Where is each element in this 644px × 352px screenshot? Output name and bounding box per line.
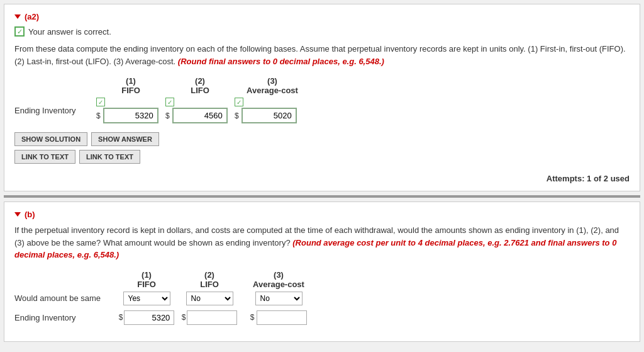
ending-inventory-label-b: Ending Inventory <box>14 313 115 322</box>
table-b: (1) FIFO (2) LIFO (3) Average-cost Would… <box>14 270 630 325</box>
fifo-dollar: $ <box>96 111 101 120</box>
collapse-icon-a[interactable] <box>14 14 21 19</box>
col-headers-a: (1) FIFO (2) LIFO (3) Average-cost <box>96 76 630 95</box>
fifo-select[interactable]: Yes No <box>123 292 170 305</box>
ending-inventory-label-a: Ending Inventory <box>14 106 96 115</box>
lifo-group: ✓ $ <box>165 98 235 123</box>
section-b: (b) If the perpetual inventory record is… <box>4 202 640 342</box>
would-amount-row: Would amount be same Yes No Yes No Yes N… <box>14 292 630 305</box>
description-highlight: (Round final answers to 0 decimal places… <box>178 57 384 66</box>
fifo-input-group: $ <box>96 108 158 123</box>
b-fifo-input-group: $ <box>115 310 178 325</box>
section-a-title: (a2) <box>25 12 39 21</box>
avg-input[interactable] <box>242 108 297 123</box>
avg-input-group: $ <box>235 108 297 123</box>
would-amount-label: Would amount be same <box>14 293 115 303</box>
section-b-title: (b) <box>25 210 35 219</box>
collapse-icon-b[interactable] <box>14 212 21 217</box>
avg-dollar: $ <box>235 111 239 120</box>
attempts-text: Attempts: 1 of 2 used <box>547 174 630 183</box>
fifo-select-group: Yes No <box>115 292 178 305</box>
fifo-group: ✓ $ <box>96 98 165 123</box>
lifo-input[interactable] <box>172 108 228 123</box>
avg-group: ✓ $ <box>235 98 304 123</box>
button-row-2: LINK TO TEXT LINK TO TEXT <box>14 150 630 164</box>
col1-header: (1) FIFO <box>96 76 165 95</box>
section-divider <box>4 195 640 198</box>
show-answer-button[interactable]: SHOW ANSWER <box>91 132 159 146</box>
avg-select[interactable]: Yes No <box>255 292 303 305</box>
b-col3-header: (3) Average-cost <box>241 270 316 289</box>
b-avg-input[interactable] <box>257 310 307 325</box>
fifo-check-icon: ✓ <box>96 98 105 106</box>
table-a: (1) FIFO (2) LIFO (3) Average-cost Endin… <box>14 76 630 123</box>
link-to-text-button-2[interactable]: LINK TO TEXT <box>79 150 140 164</box>
b-fifo-input[interactable] <box>124 310 174 325</box>
col3-header: (3) Average-cost <box>235 76 310 95</box>
attempts-line: Attempts: 1 of 2 used <box>14 169 630 183</box>
col2-header: (2) LIFO <box>165 76 235 95</box>
lifo-select[interactable]: Yes No <box>186 292 233 305</box>
avg-check-icon: ✓ <box>235 98 243 106</box>
b-lifo-input-group: $ <box>178 310 241 325</box>
b-lifo-dollar: $ <box>182 313 186 322</box>
ending-inventory-row-a: Ending Inventory ✓ $ ✓ $ ✓ <box>14 98 630 123</box>
b-lifo-input[interactable] <box>187 310 237 325</box>
lifo-check-icon: ✓ <box>165 98 174 106</box>
section-b-description: If the perpetual inventory record is kep… <box>14 224 630 261</box>
fifo-input[interactable] <box>103 108 158 123</box>
b-avg-dollar: $ <box>250 313 255 322</box>
avg-select-group: Yes No <box>241 292 316 305</box>
b-avg-input-group: $ <box>241 310 316 325</box>
button-row-1: SHOW SOLUTION SHOW ANSWER <box>14 132 630 146</box>
show-solution-button[interactable]: SHOW SOLUTION <box>14 132 87 146</box>
b-col2-header: (2) LIFO <box>178 270 241 289</box>
b-fifo-dollar: $ <box>119 313 123 322</box>
section-b-header: (b) <box>14 210 630 219</box>
lifo-select-group: Yes No <box>178 292 241 305</box>
link-to-text-button-1[interactable]: LINK TO TEXT <box>14 150 75 164</box>
correct-check-icon: ✓ <box>14 26 25 37</box>
lifo-input-group: $ <box>165 108 228 123</box>
b-col1-header: (1) FIFO <box>115 270 178 289</box>
ending-inventory-row-b: Ending Inventory $ $ $ <box>14 310 630 325</box>
correct-text: Your answer is correct. <box>28 27 111 37</box>
lifo-dollar: $ <box>165 111 170 120</box>
col-headers-b: (1) FIFO (2) LIFO (3) Average-cost <box>115 270 630 289</box>
section-a: (a2) ✓ Your answer is correct. From thes… <box>4 4 640 191</box>
section-a-description: From these data compute the ending inven… <box>14 43 630 67</box>
correct-message: ✓ Your answer is correct. <box>14 26 630 37</box>
section-a-header: (a2) <box>14 12 630 21</box>
